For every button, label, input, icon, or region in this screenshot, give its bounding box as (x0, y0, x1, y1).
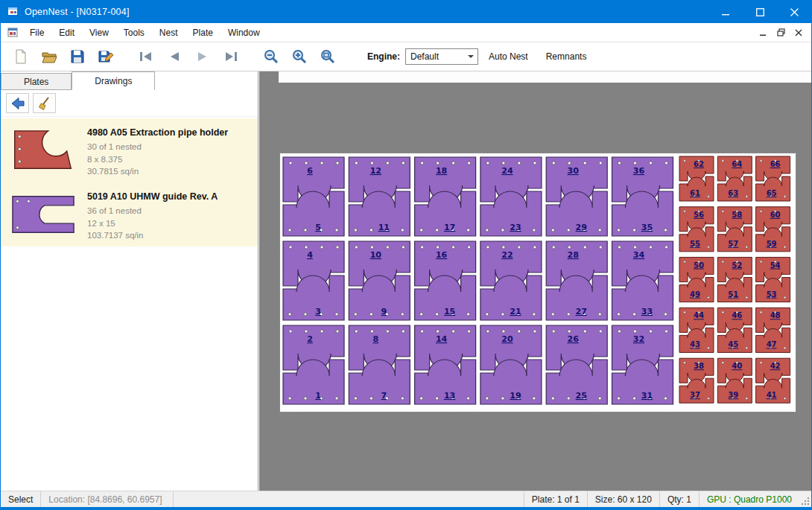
blue-arrow-button[interactable] (6, 93, 29, 113)
part-number[interactable]: 38 (694, 362, 704, 370)
part-number[interactable]: 33 (641, 307, 653, 316)
nested-pair-purple[interactable]: 1413 (415, 325, 476, 404)
nested-pair-purple[interactable]: 21 (283, 325, 344, 404)
nested-pair-purple[interactable]: 109 (349, 241, 410, 320)
nested-pair-purple[interactable]: 3635 (612, 157, 673, 236)
nav-prev-button[interactable] (160, 45, 188, 68)
part-number[interactable]: 53 (767, 290, 777, 299)
part-number[interactable]: 37 (690, 391, 700, 399)
tab-plates[interactable]: Plates (1, 73, 72, 90)
nested-pair-purple[interactable]: 1817 (415, 157, 476, 236)
nested-pair-red[interactable]: 6665 (756, 156, 790, 201)
nested-pair-red[interactable]: 4443 (679, 307, 714, 352)
part-number[interactable]: 9 (381, 307, 387, 316)
remnants-button[interactable]: Remnants (539, 47, 594, 66)
auto-nest-button[interactable]: Auto Nest (481, 47, 536, 66)
part-number[interactable]: 2 (307, 334, 313, 344)
part-number[interactable]: 1 (315, 391, 321, 401)
part-number[interactable]: 54 (770, 261, 781, 270)
nested-pair-red[interactable]: 5453 (756, 258, 790, 302)
part-number[interactable]: 14 (436, 334, 448, 344)
part-number[interactable]: 29 (576, 223, 587, 232)
part-number[interactable]: 19 (510, 391, 521, 401)
part-number[interactable]: 23 (510, 223, 521, 232)
part-number[interactable]: 22 (501, 250, 513, 260)
part-list-item[interactable]: 4980 A05 Extraction pipe holder 30 of 1 … (1, 118, 258, 182)
part-number[interactable]: 25 (576, 391, 587, 401)
nested-pair-red[interactable]: 6463 (717, 156, 752, 201)
part-list-item[interactable]: 5019 A10 UHMW guide Rev. A 36 of 1 neste… (1, 182, 258, 246)
part-number[interactable]: 3 (315, 307, 321, 316)
part-number[interactable]: 26 (568, 334, 580, 344)
part-number[interactable]: 16 (436, 250, 448, 260)
part-number[interactable]: 49 (690, 290, 700, 299)
part-number[interactable]: 4 (307, 250, 313, 260)
part-number[interactable]: 42 (770, 362, 781, 370)
part-number[interactable]: 28 (568, 250, 579, 260)
menu-item-window[interactable]: Window (221, 23, 267, 42)
part-number[interactable]: 47 (767, 340, 777, 348)
part-number[interactable]: 35 (641, 223, 653, 232)
nested-pair-red[interactable]: 4847 (756, 307, 790, 352)
part-number[interactable]: 62 (694, 160, 704, 168)
nested-pair-red[interactable]: 5251 (717, 258, 752, 302)
part-number[interactable]: 40 (732, 362, 742, 370)
nested-pair-purple[interactable]: 2019 (480, 325, 542, 404)
part-number[interactable]: 39 (728, 391, 738, 399)
part-number[interactable]: 45 (728, 340, 738, 348)
menu-item-tools[interactable]: Tools (116, 23, 152, 42)
part-number[interactable]: 41 (767, 391, 777, 399)
nested-pair-purple[interactable]: 2423 (480, 157, 542, 236)
mdi-close-icon[interactable] (792, 27, 805, 39)
part-number[interactable]: 52 (732, 261, 742, 270)
part-number[interactable]: 46 (732, 311, 742, 319)
nested-pair-red[interactable]: 5857 (717, 207, 752, 252)
nested-pair-purple[interactable]: 3433 (612, 241, 673, 320)
nested-pair-purple[interactable]: 2221 (480, 241, 542, 320)
part-number[interactable]: 63 (728, 189, 738, 197)
part-number[interactable]: 59 (767, 240, 777, 248)
nested-pair-purple[interactable]: 2625 (546, 325, 607, 404)
minimize-button[interactable] (708, 1, 743, 23)
part-number[interactable]: 32 (633, 334, 644, 344)
nest-plate-drawing[interactable]: 6512111817242330293635431091615222128273… (280, 153, 796, 412)
nested-pair-red[interactable]: 5049 (679, 258, 714, 302)
part-number[interactable]: 30 (568, 166, 580, 176)
engine-select[interactable]: Default (405, 48, 478, 65)
nested-pair-purple[interactable]: 1211 (349, 157, 410, 236)
nest-canvas[interactable]: 6512111817242330293635431091615222128273… (259, 71, 811, 491)
menu-item-view[interactable]: View (82, 23, 116, 42)
part-number[interactable]: 13 (444, 391, 455, 401)
new-button[interactable] (7, 45, 35, 68)
part-number[interactable]: 31 (641, 391, 653, 401)
part-number[interactable]: 61 (690, 189, 700, 197)
nested-pair-purple[interactable]: 1615 (415, 241, 476, 320)
part-number[interactable]: 60 (770, 211, 781, 219)
nested-pair-red[interactable]: 3837 (679, 358, 714, 403)
nested-pair-purple[interactable]: 3231 (612, 325, 673, 404)
mdi-minimize-icon[interactable] (756, 27, 770, 39)
open-button[interactable] (35, 45, 63, 68)
nested-pair-purple[interactable]: 2827 (546, 241, 607, 320)
nav-first-button[interactable] (132, 45, 160, 68)
resize-grip[interactable] (799, 491, 811, 507)
part-number[interactable]: 24 (501, 166, 513, 176)
zoom-in-button[interactable] (285, 45, 314, 68)
zoom-out-button[interactable] (257, 45, 285, 68)
part-number[interactable]: 66 (770, 160, 781, 168)
part-number[interactable]: 15 (444, 307, 455, 316)
part-number[interactable]: 21 (510, 307, 521, 316)
part-number[interactable]: 58 (732, 211, 742, 219)
maximize-button[interactable] (743, 1, 777, 23)
close-button[interactable] (777, 1, 811, 23)
save-as-button[interactable] (92, 45, 120, 68)
part-number[interactable]: 12 (370, 166, 381, 176)
nested-pair-red[interactable]: 4645 (717, 307, 752, 352)
part-number[interactable]: 57 (728, 240, 738, 248)
part-number[interactable]: 17 (444, 223, 455, 232)
menu-item-file[interactable]: File (22, 23, 51, 42)
part-number[interactable]: 43 (690, 340, 700, 348)
part-number[interactable]: 7 (381, 391, 387, 401)
part-number[interactable]: 36 (633, 166, 645, 176)
part-number[interactable]: 27 (576, 307, 587, 316)
